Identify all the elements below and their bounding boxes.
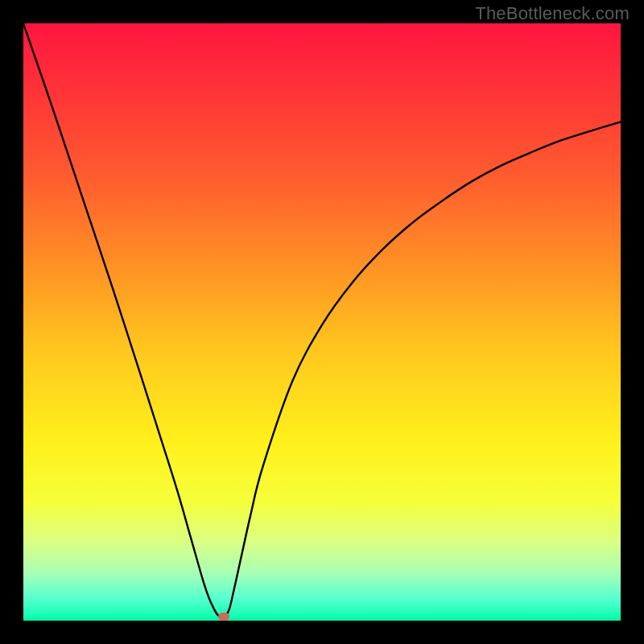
watermark-text: TheBottleneck.com bbox=[475, 3, 630, 24]
bottleneck-curve bbox=[23, 23, 621, 621]
chart-frame: TheBottleneck.com bbox=[0, 0, 644, 644]
optimal-point-marker bbox=[218, 613, 229, 621]
plot-area bbox=[23, 23, 621, 621]
